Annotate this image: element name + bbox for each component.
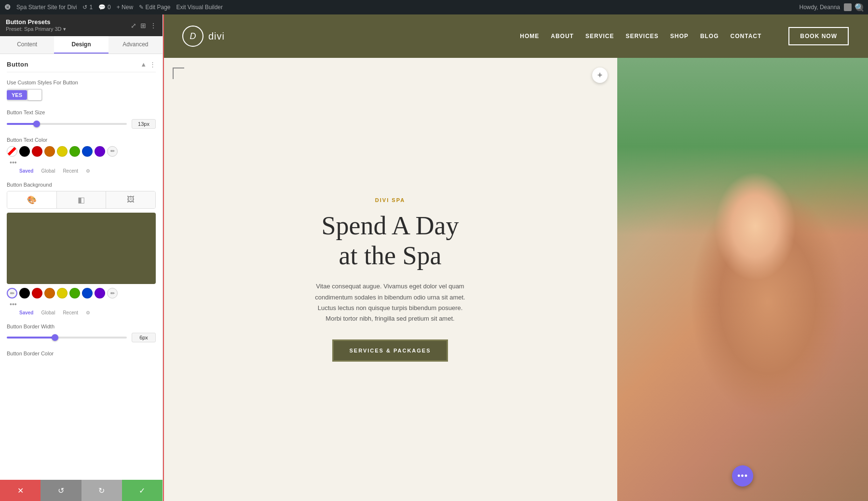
tab-design[interactable]: Design bbox=[54, 36, 108, 54]
section-more-icon[interactable]: ⋮ bbox=[149, 61, 156, 68]
saved-label-bg[interactable]: Saved bbox=[19, 310, 33, 315]
saved-label[interactable]: Saved bbox=[19, 168, 33, 174]
panel-header-icons: ⤢ ⊞ ⋮ bbox=[131, 22, 157, 29]
panel-preset[interactable]: Preset: Spa Primary 3D ▾ bbox=[6, 26, 66, 32]
more-icon[interactable]: ⋮ bbox=[150, 22, 157, 29]
collapse-icon[interactable]: ▲ bbox=[140, 61, 147, 68]
swatch-green-text[interactable] bbox=[69, 146, 80, 157]
update-counter[interactable]: ↺ 1 bbox=[82, 4, 93, 11]
site-name-link[interactable]: Spa Starter Site for Divi bbox=[16, 4, 77, 11]
bg-tab-color[interactable]: 🎨 bbox=[7, 191, 57, 208]
nav-shop[interactable]: SHOP bbox=[670, 33, 689, 40]
nav-menu: HOME ABOUT SERVICE SERVICES SHOP BLOG CO… bbox=[520, 27, 849, 45]
nav-home[interactable]: HOME bbox=[520, 33, 539, 40]
update-icon: ↺ bbox=[82, 4, 87, 11]
site-logo[interactable]: D divi bbox=[182, 26, 225, 47]
swatch-transparent-text[interactable] bbox=[7, 146, 17, 157]
nav-services[interactable]: SERVICES bbox=[625, 33, 658, 40]
book-now-button[interactable]: BOOK NOW bbox=[788, 27, 849, 45]
edit-page-button[interactable]: ✎ Edit Page bbox=[139, 4, 170, 11]
comments-link[interactable]: 💬 0 bbox=[98, 4, 111, 11]
swatch-green-bg[interactable] bbox=[69, 288, 80, 298]
fullscreen-icon[interactable]: ⤢ bbox=[131, 22, 136, 29]
border-width-value[interactable]: 6px bbox=[132, 333, 156, 342]
text-size-value[interactable]: 13px bbox=[132, 119, 156, 129]
color-settings-icon[interactable]: ⚙ bbox=[86, 168, 90, 174]
text-size-thumb[interactable] bbox=[33, 121, 40, 127]
new-button[interactable]: + New bbox=[117, 4, 133, 11]
text-size-fill bbox=[7, 123, 37, 125]
exit-builder-button[interactable]: Exit Visual Builder bbox=[176, 4, 223, 11]
custom-styles-toggle[interactable]: YES bbox=[7, 89, 42, 101]
pen-bg[interactable]: ✏ bbox=[107, 288, 118, 298]
admin-bar: 🅦 Spa Starter Site for Divi ↺ 1 💬 0 + Ne… bbox=[0, 0, 868, 14]
logo-letter: D bbox=[190, 31, 196, 41]
swatch-yellow-bg[interactable] bbox=[57, 288, 68, 298]
user-avatar[interactable] bbox=[844, 3, 852, 11]
swatch-yellow-text[interactable] bbox=[57, 146, 68, 157]
text-size-slider[interactable] bbox=[7, 123, 127, 125]
text-size-slider-row: 13px bbox=[7, 119, 156, 129]
hero-image bbox=[617, 58, 868, 501]
swatch-orange-bg[interactable] bbox=[44, 288, 55, 298]
text-size-label: Button Text Size bbox=[7, 109, 156, 116]
eyedropper-text[interactable]: ✏ bbox=[107, 146, 118, 157]
border-width-field: Button Border Width 6px bbox=[7, 323, 156, 342]
comment-icon: 💬 bbox=[98, 4, 106, 11]
save-button[interactable]: ✓ bbox=[122, 480, 163, 501]
bg-tab-image[interactable]: 🖼 bbox=[106, 191, 155, 208]
swatch-blue-text[interactable] bbox=[82, 146, 93, 157]
recent-label-bg[interactable]: Recent bbox=[63, 310, 78, 315]
panel-title: Button Presets bbox=[6, 18, 66, 26]
history-icon: ↺ bbox=[58, 486, 64, 495]
bg-tab-gradient[interactable]: ◧ bbox=[57, 191, 107, 208]
eyedropper-bg[interactable]: ✏ bbox=[7, 288, 17, 298]
global-label-bg[interactable]: Global bbox=[41, 310, 55, 315]
nav-about[interactable]: ABOUT bbox=[551, 33, 574, 40]
custom-styles-label: Use Custom Styles For Button bbox=[7, 79, 156, 86]
border-color-label: Button Border Color bbox=[7, 350, 156, 357]
logo-text: divi bbox=[208, 31, 225, 42]
nav-blog[interactable]: BLOG bbox=[700, 33, 719, 40]
swatch-red-bg[interactable] bbox=[32, 288, 42, 298]
more-colors-text[interactable]: ••• bbox=[9, 159, 18, 166]
bg-type-tabs: 🎨 ◧ 🖼 bbox=[7, 191, 156, 209]
color-labels-text: Saved Global Recent ⚙ bbox=[7, 168, 156, 174]
swatch-purple-text[interactable] bbox=[95, 146, 105, 157]
redo-button[interactable]: ↻ bbox=[81, 480, 122, 501]
nav-contact[interactable]: CONTACT bbox=[731, 33, 762, 40]
global-label[interactable]: Global bbox=[41, 168, 55, 174]
hero-cta-button[interactable]: SERVICES & PACKAGES bbox=[332, 339, 448, 362]
layout-icon[interactable]: ⊞ bbox=[140, 22, 146, 29]
bg-label: Button Background bbox=[7, 181, 156, 188]
nav-service[interactable]: SERVICE bbox=[585, 33, 614, 40]
panel-content: Button ▲ ⋮ Use Custom Styles For Button … bbox=[0, 54, 163, 480]
tab-content[interactable]: Content bbox=[0, 36, 54, 54]
button-text-color-field: Button Text Color ✏ ••• Saved bbox=[7, 136, 156, 174]
logo-circle: D bbox=[182, 26, 203, 47]
site-name-text: Spa Starter Site for Divi bbox=[16, 4, 77, 11]
module-options-button[interactable]: ••• bbox=[732, 465, 753, 487]
swatch-black-bg[interactable] bbox=[19, 288, 30, 298]
wp-logo-btn[interactable]: 🅦 bbox=[5, 4, 11, 11]
add-element-button[interactable]: + bbox=[592, 68, 608, 83]
bg-color-preview[interactable] bbox=[7, 213, 156, 284]
border-width-thumb[interactable] bbox=[52, 334, 58, 341]
more-colors-bg[interactable]: ••• bbox=[9, 300, 18, 308]
swatch-blue-bg[interactable] bbox=[82, 288, 93, 298]
cancel-button[interactable]: ✕ bbox=[0, 480, 41, 501]
tab-advanced[interactable]: Advanced bbox=[108, 36, 163, 54]
swatch-purple-bg[interactable] bbox=[95, 288, 105, 298]
admin-search-icon[interactable]: 🔍 bbox=[855, 3, 863, 11]
bg-settings-icon[interactable]: ⚙ bbox=[86, 310, 90, 315]
button-text-size-field: Button Text Size 13px bbox=[7, 109, 156, 128]
border-width-slider[interactable] bbox=[7, 337, 127, 339]
site-nav: D divi HOME ABOUT SERVICE SERVICES SHOP … bbox=[163, 14, 868, 58]
panel-bottom: ✕ ↺ ↻ ✓ bbox=[0, 480, 163, 501]
history-button[interactable]: ↺ bbox=[41, 480, 81, 501]
recent-label[interactable]: Recent bbox=[63, 168, 78, 174]
swatch-black-text[interactable] bbox=[19, 146, 30, 157]
admin-bar-right: Howdy, Deanna 🔍 bbox=[800, 3, 864, 11]
swatch-red-text[interactable] bbox=[32, 146, 42, 157]
swatch-orange-text[interactable] bbox=[44, 146, 55, 157]
